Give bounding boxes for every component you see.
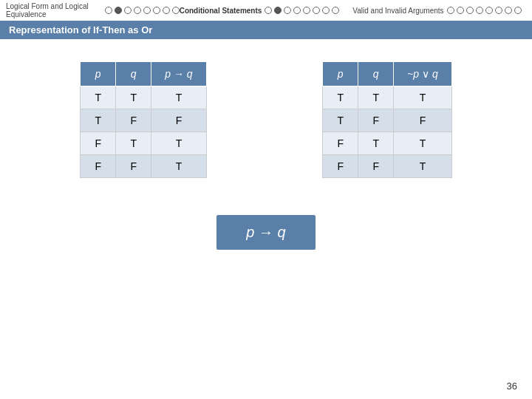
cell: T — [323, 109, 358, 132]
cell: F — [116, 155, 151, 178]
dot — [495, 7, 502, 14]
dot — [505, 7, 512, 14]
table-row: T F F — [323, 109, 452, 132]
table-row: T T T — [323, 86, 452, 109]
dot — [284, 7, 291, 14]
formula-box: p → q — [216, 215, 315, 250]
dot — [293, 7, 301, 14]
dot — [105, 7, 112, 14]
table-row: F F T — [323, 155, 452, 178]
cell: T — [151, 132, 206, 155]
table-row: F T T — [81, 132, 206, 155]
cell: T — [116, 132, 151, 155]
cell: F — [81, 155, 116, 178]
dot — [265, 7, 272, 14]
dot — [457, 7, 464, 14]
cell: T — [81, 86, 116, 109]
cell: F — [358, 155, 394, 178]
dot — [332, 7, 339, 14]
subtitle-text: Representation of If-Then as Or — [9, 24, 152, 35]
dot — [313, 7, 320, 14]
dot — [447, 7, 454, 14]
nav-section-2: Conditional Statements — [180, 7, 353, 15]
dot — [322, 7, 330, 14]
cell: T — [358, 86, 394, 109]
top-navigation: Logical Form and Logical Equivalence Con… — [0, 0, 532, 21]
dot — [485, 7, 493, 14]
table-row: F T T — [323, 132, 452, 155]
cell: T — [151, 155, 206, 178]
cell: F — [323, 155, 358, 178]
cell: F — [358, 109, 394, 132]
col-header-formula-right: ~p ∨ q — [394, 62, 452, 86]
dot — [134, 7, 141, 14]
cell: T — [323, 86, 358, 109]
dot — [153, 7, 160, 14]
dot — [514, 7, 522, 14]
dot — [115, 7, 122, 14]
nav-section-1: Logical Form and Logical Equivalence — [6, 2, 180, 18]
col-header-p-left: p — [81, 62, 116, 86]
dot — [124, 7, 132, 14]
cell: T — [81, 109, 116, 132]
table-row: T F F — [81, 109, 206, 132]
col-header-p-right: p — [323, 62, 358, 86]
cell: F — [116, 109, 151, 132]
cell: F — [323, 132, 358, 155]
nav-label-1: Logical Form and Logical Equivalence — [6, 2, 102, 18]
main-content: p q p → q T T T T F F F T T F — [0, 39, 532, 193]
col-header-q-left: q — [116, 62, 151, 86]
cell: F — [151, 109, 206, 132]
dot — [143, 7, 151, 14]
subtitle-bar: Representation of If-Then as Or — [0, 21, 532, 39]
cell: T — [358, 132, 394, 155]
nav-label-3: Valid and Invalid Arguments — [352, 7, 443, 15]
table-row: T T T — [81, 86, 206, 109]
dot — [466, 7, 474, 14]
dot — [274, 7, 282, 14]
col-header-formula-left: p → q — [151, 62, 206, 86]
bottom-formula-section: p → q — [0, 200, 532, 250]
dot — [172, 7, 180, 14]
dot — [476, 7, 483, 14]
nav-dots-3 — [447, 7, 522, 14]
col-header-q-right: q — [358, 62, 394, 86]
cell: T — [151, 86, 206, 109]
cell: T — [394, 155, 452, 178]
nav-label-2: Conditional Statements — [180, 7, 262, 15]
dot — [303, 7, 310, 14]
truth-table-left: p q p → q T T T T F F F T T F — [80, 61, 206, 178]
nav-dots-2 — [265, 7, 339, 14]
cell: F — [81, 132, 116, 155]
cell: T — [116, 86, 151, 109]
truth-table-right: p q ~p ∨ q T T T T F F F T T F — [322, 61, 452, 178]
dot — [163, 7, 170, 14]
cell: T — [394, 86, 452, 109]
nav-section-3: Valid and Invalid Arguments — [352, 7, 526, 15]
cell: T — [394, 132, 452, 155]
cell: F — [394, 109, 452, 132]
page-number: 36 — [507, 381, 517, 392]
nav-dots-1 — [105, 7, 180, 14]
table-row: F F T — [81, 155, 206, 178]
